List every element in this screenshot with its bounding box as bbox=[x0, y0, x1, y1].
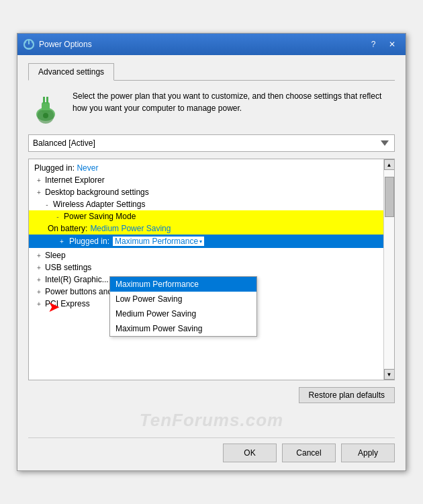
dropdown-item-medium[interactable]: Medium Power Saving bbox=[110, 306, 256, 321]
power-saving-mode-section: - Power Saving Mode On battery: Medium P… bbox=[29, 210, 383, 248]
on-battery-label: On battery: bbox=[48, 224, 87, 233]
scroll-up-button[interactable]: ▲ bbox=[384, 159, 395, 170]
wireless-label: Wireless Adapter Settings bbox=[53, 200, 383, 209]
power-btn-expander: + bbox=[34, 288, 44, 296]
dropdown-item-max-perf[interactable]: Maximum Performance bbox=[110, 277, 256, 292]
usb-expander: + bbox=[34, 264, 44, 271]
watermark: TenForums.com bbox=[28, 410, 395, 431]
cancel-button[interactable]: Cancel bbox=[282, 444, 336, 462]
desktop-background-item[interactable]: + Desktop background settings bbox=[29, 186, 383, 198]
internet-explorer-item[interactable]: + Internet Explorer bbox=[29, 174, 383, 186]
sleep-expander: + bbox=[34, 252, 44, 259]
desktop-expander: + bbox=[34, 189, 44, 196]
ie-expander: + bbox=[34, 177, 44, 184]
wireless-adapter-item[interactable]: - Wireless Adapter Settings bbox=[29, 198, 383, 210]
plugged-in-row[interactable]: + Plugged in: Maximum Performance ▾ bbox=[29, 235, 383, 248]
scroll-down-button[interactable]: ▼ bbox=[384, 369, 395, 380]
plugged-in-value: Never bbox=[77, 163, 98, 173]
dropdown-chevron-icon: ▾ bbox=[199, 239, 202, 245]
apply-button[interactable]: Apply bbox=[341, 444, 395, 462]
scroll-track bbox=[384, 170, 394, 369]
power-saving-mode-item[interactable]: - Power Saving Mode bbox=[29, 210, 383, 222]
restore-area: Restore plan defaults bbox=[28, 387, 395, 403]
plugged-in-sub-expander: + bbox=[57, 238, 66, 245]
dialog-title: Power Options bbox=[39, 40, 92, 49]
plugged-in-dropdown[interactable]: Maximum Performance ▾ bbox=[112, 236, 205, 247]
dropdown-popup: Maximum Performance Low Power Saving Med… bbox=[109, 276, 257, 337]
red-arrow-indicator: ➤ bbox=[48, 298, 60, 316]
psm-label: Power Saving Mode bbox=[64, 212, 383, 221]
svg-rect-3 bbox=[43, 97, 45, 103]
plugged-in-sub-label: Plugged in: bbox=[69, 237, 109, 246]
description-area: Select the power plan that you want to c… bbox=[28, 90, 395, 125]
plugged-in-selected-value: Maximum Performance bbox=[115, 237, 198, 246]
sleep-label: Sleep bbox=[45, 251, 383, 260]
psm-expander: - bbox=[53, 213, 62, 220]
plugged-in-header-item[interactable]: Plugged in: Never bbox=[29, 162, 383, 174]
settings-scroll-area: Plugged in: Never + Internet Explorer + … bbox=[29, 159, 394, 380]
on-battery-value: Medium Power Saving bbox=[90, 224, 171, 233]
dropdown-item-max-saving[interactable]: Maximum Power Saving bbox=[110, 321, 256, 336]
power-options-dialog: Power Options ? ✕ Advanced settings Sele… bbox=[17, 33, 406, 471]
title-bar-buttons: ? ✕ bbox=[365, 38, 400, 51]
usb-settings-item[interactable]: + USB settings bbox=[29, 261, 383, 274]
tree-content: Plugged in: Never + Internet Explorer + … bbox=[29, 162, 394, 310]
scrollbar[interactable]: ▲ ▼ bbox=[383, 159, 394, 380]
svg-rect-4 bbox=[46, 97, 48, 103]
power-icon-titlebar bbox=[23, 38, 35, 50]
footer-buttons: OK Cancel Apply bbox=[28, 437, 395, 462]
wireless-expander: - bbox=[42, 201, 52, 208]
on-battery-row[interactable]: On battery: Medium Power Saving bbox=[29, 222, 383, 235]
plan-select[interactable]: Balanced [Active] bbox=[28, 134, 395, 152]
desktop-label: Desktop background settings bbox=[45, 187, 383, 197]
restore-defaults-button[interactable]: Restore plan defaults bbox=[299, 387, 395, 403]
settings-tree-box: ➤ Plugged in: Never + Internet Explorer bbox=[28, 159, 395, 380]
pci-expander: + bbox=[34, 300, 44, 308]
advanced-settings-tab[interactable]: Advanced settings bbox=[28, 63, 114, 81]
help-button[interactable]: ? bbox=[365, 38, 381, 51]
title-bar-left: Power Options bbox=[23, 38, 92, 50]
scroll-thumb[interactable] bbox=[385, 177, 394, 217]
tab-bar: Advanced settings bbox=[28, 63, 395, 81]
description-text: Select the power plan that you want to c… bbox=[73, 90, 395, 114]
power-plug-icon bbox=[28, 90, 63, 125]
usb-label: USB settings bbox=[45, 263, 383, 272]
sleep-item[interactable]: + Sleep bbox=[29, 249, 383, 261]
close-button[interactable]: ✕ bbox=[384, 38, 400, 51]
title-bar: Power Options ? ✕ bbox=[17, 34, 406, 55]
ok-button[interactable]: OK bbox=[223, 444, 277, 462]
dropdown-item-low[interactable]: Low Power Saving bbox=[110, 292, 256, 306]
plugged-in-label: Plugged in: Never bbox=[34, 163, 383, 173]
intel-expander: + bbox=[34, 276, 44, 284]
dialog-body: Advanced settings Select the power plan … bbox=[17, 55, 406, 470]
ie-label: Internet Explorer bbox=[45, 175, 383, 185]
